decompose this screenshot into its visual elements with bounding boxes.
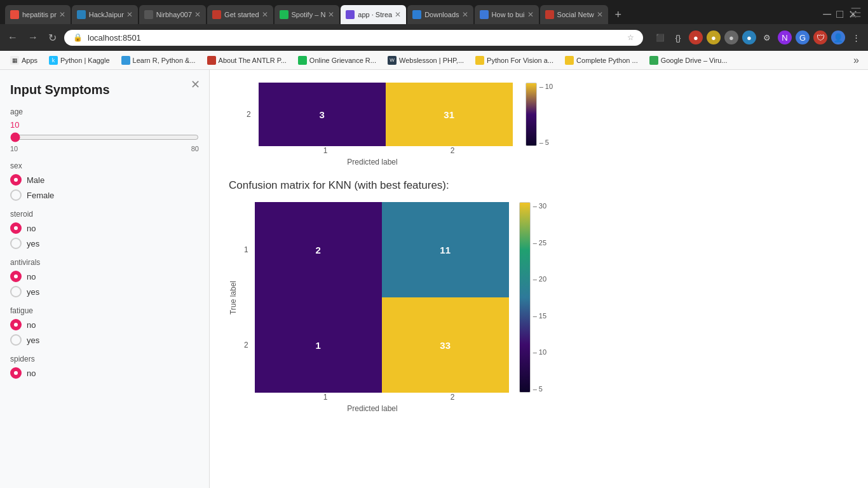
fatigue-no-label: no: [27, 320, 36, 330]
predicted-label-knn: Predicted label: [229, 404, 483, 413]
address-text: localhost:8501: [88, 33, 622, 43]
bookmark-learn[interactable]: Learn R, Python &...: [116, 55, 201, 66]
sex-label: sex: [10, 161, 199, 170]
fatigue-no-option[interactable]: no: [10, 319, 199, 330]
top-x-labels: 1 2: [229, 146, 849, 155]
sex-male-radio[interactable]: [10, 174, 22, 186]
antivirals-yes-option[interactable]: yes: [10, 286, 199, 297]
bookmark-favicon-webslesson: W: [388, 56, 397, 65]
bookmark-webslesson[interactable]: W Webslesson | PHP,...: [383, 55, 469, 66]
minimize-button[interactable]: ─: [823, 8, 831, 22]
tab-favicon-social: [545, 10, 554, 19]
tab-label-hepatitis: hepatitis pr: [22, 11, 57, 18]
ext6-icon[interactable]: G: [796, 30, 810, 44]
bookmark-label-google-drive: Google Drive – Viru...: [661, 57, 728, 64]
bookmark-label-complete-python: Complete Python ...: [576, 57, 638, 64]
fatigue-label: fatigue: [10, 306, 199, 315]
knn-colorbar-section: – 30 – 25 – 20 – 15 – 10 – 5: [519, 202, 546, 393]
antivirals-yes-label: yes: [27, 287, 39, 297]
antivirals-no-option[interactable]: no: [10, 271, 199, 282]
tab-close-nirbhay[interactable]: ✕: [194, 10, 201, 19]
bookmark-complete-python[interactable]: Complete Python ...: [560, 55, 643, 66]
spiders-no-radio[interactable]: [10, 367, 22, 379]
tab-downloads[interactable]: Downloads ✕: [407, 5, 473, 24]
ext1-icon[interactable]: ●: [689, 30, 703, 44]
tab-hackjaipur[interactable]: HackJaipur ✕: [72, 5, 138, 24]
tab-close-social[interactable]: ✕: [597, 10, 603, 19]
top-cell-0-0: 3: [259, 83, 386, 146]
sidebar: ✕ Input Symptoms age 10 10 80 sex Male: [0, 70, 210, 488]
bookmarks-more-button[interactable]: »: [850, 53, 863, 67]
spiders-no-option[interactable]: no: [10, 367, 199, 379]
ext5-icon[interactable]: N: [778, 30, 792, 44]
tab-close-spotify[interactable]: ✕: [328, 10, 334, 19]
fatigue-yes-radio[interactable]: [10, 334, 22, 346]
top-row-label-2: 2: [247, 89, 251, 140]
steroid-no-radio[interactable]: [10, 222, 22, 234]
profile-icon[interactable]: 👤: [831, 30, 845, 44]
knn-row-labels: 1 2: [244, 202, 252, 393]
bookmark-antlr[interactable]: About The ANTLR P...: [202, 55, 292, 66]
top-cell-0-1: 31: [386, 83, 513, 146]
extensions-icon[interactable]: ⬛: [653, 30, 667, 44]
fatigue-no-radio[interactable]: [10, 319, 22, 330]
sex-male-option[interactable]: Male: [10, 174, 199, 186]
reload-button[interactable]: ↻: [46, 29, 59, 46]
steroid-yes-radio[interactable]: [10, 238, 22, 249]
ext4-icon[interactable]: ●: [742, 30, 756, 44]
bookmark-ogr[interactable]: Online Grievance R...: [293, 55, 381, 66]
tab-social[interactable]: Social Netw ✕: [540, 5, 608, 24]
braces-icon[interactable]: {}: [671, 30, 685, 44]
steroid-yes-option[interactable]: yes: [10, 238, 199, 249]
forward-button[interactable]: →: [25, 29, 41, 46]
knn-row-label-1: 1: [244, 245, 248, 254]
tab-antlr[interactable]: Get started ✕: [207, 5, 273, 24]
tab-close-howto[interactable]: ✕: [527, 10, 534, 19]
sex-female-radio[interactable]: [10, 189, 22, 201]
bookmark-apps[interactable]: ▦ Apps: [5, 55, 43, 66]
tab-howto[interactable]: How to bui ✕: [475, 5, 539, 24]
address-bar[interactable]: 🔒 localhost:8501 ☆: [64, 30, 643, 46]
bookmark-google-drive[interactable]: Google Drive – Viru...: [644, 55, 733, 66]
tab-close-hackjaipur[interactable]: ✕: [126, 10, 133, 19]
menu-icon[interactable]: ⋮: [849, 30, 863, 44]
lock-icon: 🔒: [73, 33, 83, 42]
antivirals-no-radio[interactable]: [10, 271, 22, 282]
tab-close-antlr[interactable]: ✕: [262, 10, 268, 19]
star-icon[interactable]: ☆: [627, 33, 634, 42]
predicted-label-top: Predicted label: [229, 158, 483, 166]
knn-matrix-section: True label 1 2 2 11 1 33 – 30: [229, 202, 849, 413]
ext3-icon[interactable]: ●: [724, 30, 738, 44]
browser-chrome: hepatitis pr ✕ HackJaipur ✕ Nirbhay007 ✕…: [0, 0, 868, 70]
fatigue-yes-option[interactable]: yes: [10, 334, 199, 346]
tab-close-hepatitis[interactable]: ✕: [59, 10, 65, 19]
knn-colorbar-label-30: – 30: [533, 202, 546, 210]
sidebar-close-button[interactable]: ✕: [191, 78, 200, 92]
tab-close-downloads[interactable]: ✕: [462, 10, 468, 19]
top-colorbar-label-5: – 5: [539, 139, 553, 146]
back-button[interactable]: ←: [5, 29, 20, 46]
knn-colorbar-label-5: – 5: [533, 385, 546, 393]
tab-favicon-nirbhay: [144, 10, 153, 19]
steroid-yes-label: yes: [27, 239, 39, 248]
tab-nirbhay[interactable]: Nirbhay007 ✕: [139, 5, 206, 24]
tab-close-app[interactable]: ✕: [395, 10, 401, 19]
bookmark-kaggle[interactable]: k Python | Kaggle: [44, 55, 114, 66]
settings-icon[interactable]: ⚙: [760, 30, 774, 44]
tab-label-hackjaipur: HackJaipur: [89, 11, 124, 18]
page-content: ✕ Input Symptoms age 10 10 80 sex Male: [0, 70, 868, 488]
steroid-no-option[interactable]: no: [10, 222, 199, 234]
new-tab-button[interactable]: +: [609, 6, 627, 24]
maximize-button[interactable]: □: [836, 8, 843, 22]
tab-hepatitis[interactable]: hepatitis pr ✕: [5, 5, 71, 24]
bookmark-python-vision[interactable]: Python For Vision a...: [470, 55, 559, 66]
antivirals-label: antivirals: [10, 258, 199, 267]
sex-female-option[interactable]: Female: [10, 189, 199, 201]
age-slider[interactable]: [10, 132, 199, 142]
ext7-icon[interactable]: 🛡: [813, 30, 827, 44]
tab-spotify[interactable]: Spotify – N ✕: [275, 5, 340, 24]
tab-app[interactable]: app · Strea ✕: [341, 5, 406, 24]
tab-bar: hepatitis pr ✕ HackJaipur ✕ Nirbhay007 ✕…: [0, 0, 868, 24]
antivirals-yes-radio[interactable]: [10, 286, 22, 297]
ext2-icon[interactable]: ●: [707, 30, 721, 44]
